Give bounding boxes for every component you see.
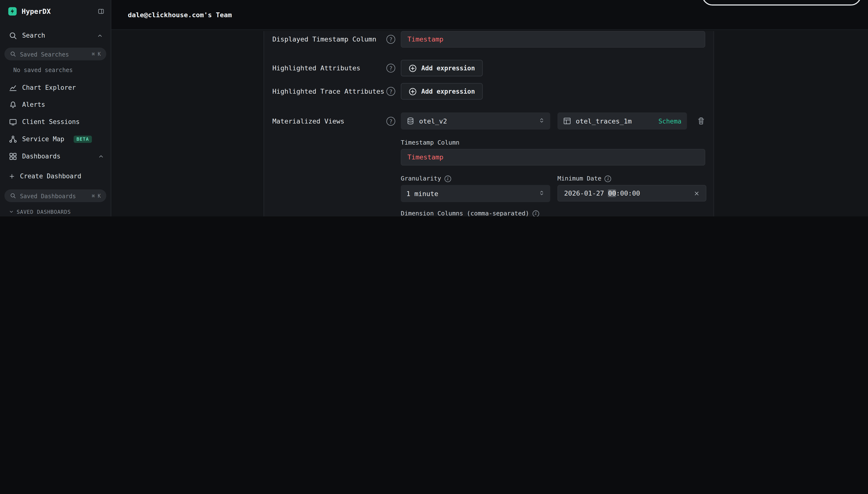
hyperdx-logo-icon [8, 6, 17, 16]
chart-icon [9, 83, 17, 92]
create-dashboard-button[interactable]: Create Dashboard [0, 168, 111, 184]
sidebar-item-chart-explorer[interactable]: Chart Explorer [0, 80, 111, 95]
schema-link[interactable]: Schema [658, 117, 681, 125]
search-icon [10, 51, 16, 57]
saved-dashboards-input[interactable] [20, 192, 88, 199]
help-circle-icon[interactable]: ? [386, 63, 396, 73]
materialized-views-row: Materialized Views ? otel_v2 [272, 112, 705, 216]
database-select-value: otel_v2 [419, 117, 447, 125]
create-dashboard-label: Create Dashboard [20, 172, 81, 180]
help-circle-icon[interactable]: ? [386, 117, 396, 126]
saved-dashboards-section-header[interactable]: SAVED DASHBOARDS [0, 208, 111, 215]
field-label: Highlighted Attributes [272, 64, 361, 72]
collapse-sidebar-icon[interactable] [98, 8, 104, 14]
date-hour-segment[interactable]: 00 [608, 189, 616, 197]
shortcut-hint: ⌘ K [92, 193, 101, 198]
select-chevrons-icon [539, 190, 545, 197]
content-scroll[interactable]: Displayed Timestamp Column ? Highlighted… [111, 30, 868, 216]
mv-timestamp-input[interactable] [401, 149, 705, 166]
no-saved-searches-text: No saved searches [13, 66, 111, 73]
main-area: dale@clickhouse.com's Team Displayed Tim… [111, 0, 868, 216]
bell-icon [9, 100, 17, 109]
help-circle-icon[interactable]: ? [386, 35, 396, 44]
chevron-up-icon [98, 153, 104, 159]
sidebar-section-search[interactable]: Search [0, 28, 111, 43]
displayed-timestamp-input[interactable] [401, 31, 705, 48]
highlighted-attributes-row: Highlighted Attributes ? Add expression [272, 60, 705, 76]
logo-row: HyperDX [0, 0, 111, 22]
select-chevrons-icon [539, 117, 545, 125]
info-icon[interactable]: i [444, 175, 451, 182]
field-label: Displayed Timestamp Column [272, 35, 377, 43]
app-title: HyperDX [22, 7, 51, 15]
table-select-value: otel_traces_1m [576, 117, 632, 125]
saved-searches-search[interactable]: ⌘ K [4, 48, 106, 60]
add-expression-button[interactable]: Add expression [401, 83, 483, 99]
saved-dashboards-search[interactable]: ⌘ K [4, 189, 106, 202]
add-expression-button[interactable]: Add expression [401, 60, 483, 76]
delete-view-button[interactable] [697, 117, 705, 125]
sub-label: Minimum Date [558, 175, 601, 182]
clear-date-icon[interactable] [694, 190, 700, 196]
chevron-up-icon [97, 32, 103, 38]
circle-plus-icon [408, 87, 417, 95]
trash-icon [697, 117, 705, 125]
sidebar-item-client-sessions[interactable]: Client Sessions [0, 114, 111, 130]
topbar: dale@clickhouse.com's Team [111, 0, 868, 30]
field-label: Highlighted Trace Attributes [272, 88, 385, 95]
displayed-timestamp-row: Displayed Timestamp Column ? [272, 31, 705, 48]
field-label: Materialized Views [272, 117, 345, 125]
database-select[interactable]: otel_v2 [401, 112, 550, 130]
sidebar-item-label: Alerts [22, 101, 45, 109]
page-title: dale@clickhouse.com's Team [128, 0, 232, 30]
cutoff-toast [702, 0, 861, 5]
sidebar-item-my-dashboard[interactable]: My Dashboard [0, 215, 111, 216]
saved-searches-input[interactable] [20, 51, 88, 57]
shortcut-hint: ⌘ K [92, 51, 101, 57]
search-icon [10, 193, 16, 199]
chevron-down-icon [9, 209, 14, 214]
sub-label: Dimension Columns (comma-separated) [401, 210, 529, 216]
monitor-icon [9, 118, 17, 126]
sidebar-item-service-map[interactable]: Service Map BETA [0, 131, 111, 147]
app-window: HyperDX Search ⌘ K No saved searches [0, 0, 868, 216]
sidebar-item-label: Chart Explorer [22, 84, 76, 92]
database-icon [406, 117, 414, 125]
sidebar: HyperDX Search ⌘ K No saved searches [0, 0, 111, 216]
service-map-icon [9, 135, 17, 143]
granularity-select[interactable]: 1 minute [401, 185, 550, 202]
sidebar-item-dashboards[interactable]: Dashboards [0, 149, 111, 164]
sidebar-item-label: Client Sessions [22, 118, 80, 126]
sidebar-item-label: Service Map [22, 135, 64, 143]
highlighted-trace-attributes-row: Highlighted Trace Attributes ? Add expre… [272, 83, 705, 99]
table-icon [563, 117, 571, 125]
circle-plus-icon [408, 64, 417, 72]
sidebar-section-label: Search [22, 32, 45, 39]
beta-badge: BETA [74, 135, 92, 142]
granularity-value: 1 minute [406, 190, 438, 197]
table-select[interactable]: otel_traces_1m Schema [558, 112, 687, 130]
plus-icon [9, 173, 15, 179]
sub-label: Timestamp Column [401, 139, 460, 146]
help-circle-icon[interactable]: ? [386, 87, 396, 96]
info-icon[interactable]: i [533, 210, 539, 216]
sidebar-item-alerts[interactable]: Alerts [0, 97, 111, 112]
sub-label: Granularity [401, 175, 441, 182]
search-icon [9, 31, 17, 40]
minimum-date-input[interactable]: 2026-01-27 00:00:00 [558, 185, 707, 202]
sidebar-item-label: Dashboards [22, 152, 60, 160]
info-icon[interactable]: i [605, 175, 611, 182]
grid-icon [9, 152, 17, 160]
source-settings-panel: Displayed Timestamp Column ? Highlighted… [264, 31, 714, 216]
